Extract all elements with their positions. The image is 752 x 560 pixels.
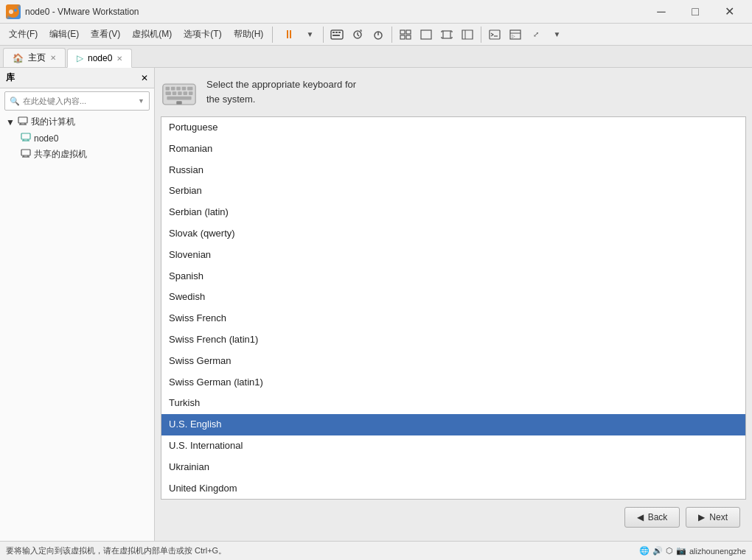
menu-vm[interactable]: 虚拟机(M) bbox=[126, 25, 178, 43]
home-icon: 🏠 bbox=[13, 53, 24, 63]
svg-rect-54 bbox=[189, 91, 193, 95]
snapshot-button[interactable] bbox=[347, 25, 368, 44]
sidebar-header: 库 ✕ bbox=[0, 68, 154, 88]
wizard-footer: ◀ Back ▶ Next bbox=[161, 500, 746, 535]
computer-icon bbox=[18, 116, 28, 127]
send-key-button[interactable] bbox=[327, 25, 347, 44]
list-item[interactable]: Serbian (latin) bbox=[161, 202, 745, 223]
more-button[interactable]: ▷ bbox=[505, 25, 526, 44]
keyboard-list[interactable]: PortugueseRomanianRussianSerbianSerbian … bbox=[161, 117, 745, 499]
menu-file[interactable]: 文件(F) bbox=[3, 25, 43, 43]
svg-rect-56 bbox=[176, 101, 181, 105]
shared-vm-icon bbox=[21, 149, 31, 160]
keyboard-icon bbox=[161, 77, 198, 111]
maximize-button[interactable]: □ bbox=[678, 0, 712, 24]
tab-home-close[interactable]: ✕ bbox=[50, 54, 56, 62]
search-input[interactable] bbox=[23, 97, 135, 105]
list-item[interactable]: Turkish bbox=[161, 393, 745, 414]
main-layout: 库 ✕ 🔍 ▼ ▼ 我的计算机 node0 共享的虚拟机 bbox=[0, 68, 752, 541]
tree-item-my-computer[interactable]: ▼ 我的计算机 bbox=[0, 113, 154, 130]
list-item[interactable]: U.S. English bbox=[161, 414, 745, 435]
usb-icon: ⬡ bbox=[666, 546, 673, 556]
view-toggle-button[interactable] bbox=[395, 25, 416, 44]
next-button[interactable]: ▶ Next bbox=[686, 507, 740, 528]
list-item[interactable]: Portuguese bbox=[161, 117, 745, 139]
svg-point-1 bbox=[9, 10, 13, 14]
tree-item-shared-vm[interactable]: 共享的虚拟机 bbox=[0, 146, 154, 163]
statusbar: 要将输入定向到该虚拟机，请在虚拟机内部单击或按 Ctrl+G。 🌐 🔊 ⬡ 📷 … bbox=[0, 541, 752, 560]
wizard-body: Select the appropriate keyboard for the … bbox=[155, 71, 752, 541]
tree-item-node0-label: node0 bbox=[34, 133, 58, 144]
svg-rect-15 bbox=[421, 30, 431, 39]
next-arrow-icon: ▶ bbox=[698, 512, 705, 522]
list-item[interactable]: Swiss French (latin1) bbox=[161, 329, 745, 351]
camera-icon: 📷 bbox=[676, 546, 686, 556]
list-item[interactable]: United Kingdom bbox=[161, 478, 745, 500]
list-item[interactable]: Ukrainian bbox=[161, 457, 745, 478]
menu-edit[interactable]: 编辑(E) bbox=[43, 25, 85, 43]
tab-home-label: 主页 bbox=[28, 52, 46, 64]
menu-help[interactable]: 帮助(H) bbox=[228, 25, 270, 43]
search-dropdown-icon[interactable]: ▼ bbox=[138, 97, 145, 105]
statusbar-right: 🌐 🔊 ⬡ 📷 alizhounengzhe bbox=[639, 546, 746, 556]
svg-rect-55 bbox=[167, 96, 191, 99]
pause-button[interactable]: ⏸ bbox=[279, 25, 299, 44]
console-button[interactable] bbox=[484, 25, 505, 44]
separator bbox=[272, 27, 273, 43]
network-icon: 🌐 bbox=[639, 546, 650, 556]
single-view-button[interactable] bbox=[416, 25, 436, 44]
sidebar-close-button[interactable]: ✕ bbox=[141, 73, 148, 83]
list-item[interactable]: Swiss German (latin1) bbox=[161, 372, 745, 393]
back-label: Back bbox=[648, 512, 668, 522]
svg-rect-12 bbox=[406, 30, 411, 34]
svg-point-2 bbox=[14, 9, 17, 12]
window-title: node0 - VMware Workstation bbox=[25, 7, 644, 17]
list-item[interactable]: Slovak (qwerty) bbox=[161, 223, 745, 245]
next-label: Next bbox=[709, 512, 728, 522]
expand-dropdown[interactable]: ▼ bbox=[546, 25, 567, 44]
list-item[interactable]: Swiss French bbox=[161, 308, 745, 329]
search-box[interactable]: 🔍 ▼ bbox=[4, 91, 150, 111]
window-controls: ─ □ ✕ bbox=[644, 0, 746, 24]
svg-rect-36 bbox=[21, 133, 30, 139]
toolbar-dropdown[interactable]: ▼ bbox=[299, 25, 320, 44]
svg-rect-40 bbox=[21, 150, 30, 155]
keyboard-listbox[interactable]: PortugueseRomanianRussianSerbianSerbian … bbox=[161, 116, 746, 500]
svg-rect-4 bbox=[333, 32, 335, 33]
expand-button[interactable]: ⤢ bbox=[526, 25, 546, 44]
svg-rect-46 bbox=[171, 86, 175, 90]
node-icon: ▷ bbox=[77, 53, 83, 63]
node-vm-icon bbox=[21, 133, 31, 144]
list-item[interactable]: Serbian bbox=[161, 181, 745, 202]
separator4 bbox=[481, 27, 481, 43]
app-icon bbox=[6, 4, 21, 19]
minimize-button[interactable]: ─ bbox=[644, 0, 678, 24]
svg-rect-32 bbox=[18, 117, 27, 123]
tab-node0[interactable]: ▷ node0 ✕ bbox=[67, 49, 132, 68]
fit-button[interactable] bbox=[436, 25, 457, 44]
svg-rect-27 bbox=[490, 30, 500, 39]
tab-node0-label: node0 bbox=[88, 53, 112, 63]
list-item[interactable]: Spanish bbox=[161, 266, 745, 287]
back-button[interactable]: ◀ Back bbox=[624, 507, 680, 528]
tree-item-node0[interactable]: node0 bbox=[0, 130, 154, 146]
toolbar: ⏸ ▼ ▷ ⤢ ▼ bbox=[279, 25, 567, 44]
list-item[interactable]: Swiss German bbox=[161, 351, 745, 372]
power-button[interactable] bbox=[368, 25, 389, 44]
svg-rect-45 bbox=[166, 86, 170, 90]
search-icon: 🔍 bbox=[10, 97, 20, 106]
list-item[interactable]: Russian bbox=[161, 160, 745, 181]
list-item[interactable]: Swedish bbox=[161, 287, 745, 308]
list-item[interactable]: Romanian bbox=[161, 139, 745, 160]
tab-home[interactable]: 🏠 主页 ✕ bbox=[3, 48, 66, 67]
content-area: Select the appropriate keyboard for the … bbox=[155, 68, 752, 541]
close-button[interactable]: ✕ bbox=[712, 0, 746, 24]
tabbar: 🏠 主页 ✕ ▷ node0 ✕ bbox=[0, 46, 752, 68]
svg-rect-11 bbox=[400, 30, 405, 34]
menu-view[interactable]: 查看(V) bbox=[85, 25, 126, 43]
fullscreen-button[interactable] bbox=[457, 25, 478, 44]
list-item[interactable]: Slovenian bbox=[161, 245, 745, 266]
list-item[interactable]: U.S. International bbox=[161, 435, 745, 457]
tab-node0-close[interactable]: ✕ bbox=[116, 55, 122, 63]
menu-tabs[interactable]: 选项卡(T) bbox=[178, 25, 227, 43]
